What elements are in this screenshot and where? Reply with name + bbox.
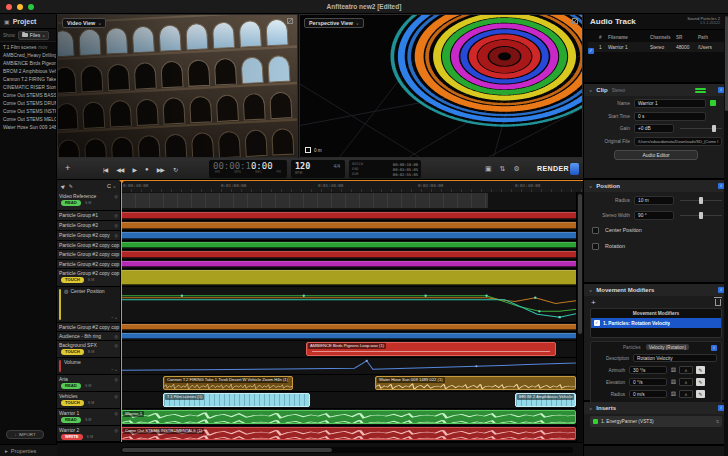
automation-mode-button[interactable]: READ — [61, 383, 81, 389]
playhead[interactable] — [121, 180, 122, 442]
original-file-field[interactable]: /Users/eduardomota/Downloads/SD_(Come I — [634, 137, 722, 146]
radius-velocity-field[interactable]: 0 m/s — [629, 390, 667, 398]
radius-slider[interactable] — [680, 200, 722, 201]
curve-icon[interactable]: ∧ — [679, 390, 693, 398]
track-lane[interactable]: Warrior 1 — [121, 409, 583, 425]
elevation-field[interactable]: 0 °/s — [629, 378, 667, 386]
slider-thumb[interactable] — [699, 197, 703, 204]
solo-mute-icons[interactable]: S M — [85, 201, 91, 205]
file-item[interactable]: Come Out STEMS DRUMS — [0, 100, 56, 108]
file-item[interactable]: Water Hose Sun 009 1489 — [0, 124, 56, 132]
track-lane[interactable] — [121, 250, 583, 259]
gain-field[interactable]: +0 dB — [634, 124, 674, 133]
track-header-audience[interactable]: Audience - 8th ring◎ — [57, 332, 121, 340]
track-header-particle-group-2-copy[interactable]: Particle Group #2 copy◎ — [57, 231, 121, 240]
azimuth-field[interactable]: 30 °/s — [629, 366, 667, 374]
collapse-chevron-icon[interactable]: ∨ — [589, 406, 592, 410]
audio-clip-brom[interactable]: BROM 2 Amphibious Vehicle (Exte — [515, 393, 576, 407]
scrollbar-thumb[interactable] — [122, 448, 332, 452]
video-clip-film-scenes[interactable]: T.1 Film scenes (1) — [163, 393, 310, 407]
track-lane[interactable] — [121, 332, 583, 340]
automation-mode-button[interactable]: TOUCH — [61, 400, 84, 406]
automation-mode-button[interactable]: TOUCH — [61, 349, 84, 355]
go-to-start-button[interactable]: |◀ — [103, 166, 107, 173]
clip-section-header[interactable]: ∨ Clip Stereo i — [584, 84, 728, 96]
audio-clip-cannon[interactable]: Cannon T.2 FIRING Take 1 Tivoli Desert W… — [163, 376, 293, 390]
fullscreen-icon[interactable] — [572, 18, 578, 24]
import-button[interactable]: ↓ IMPORT — [6, 430, 44, 439]
audio-clip-ambience[interactable]: AMBIENCE Birds Pigeons Loop.wav (1) — [306, 342, 556, 356]
plugin-active-icon[interactable] — [593, 419, 598, 424]
file-item[interactable]: AMBIENCE Birds Pigeons L — [0, 60, 56, 68]
collapse-chevron-icon[interactable]: ∨ — [589, 184, 592, 188]
track-header-vehicles[interactable]: Vehicles ◎ TOUCHS M — [57, 392, 121, 408]
modifier-checkbox[interactable]: ✓ — [594, 320, 600, 326]
gain-slider[interactable] — [680, 128, 722, 129]
track-header-warrior-1[interactable]: Warrior 1 ◎ READS M — [57, 409, 121, 425]
particle-lane-clip[interactable] — [121, 251, 583, 258]
file-item[interactable]: Cannon T.2 FIRING Take 1 — [0, 76, 56, 84]
track-header-warrior-2[interactable]: Warrior 2 ◎ WRITES M — [57, 426, 121, 441]
track-header-particle-group-copy[interactable]: Particle Group #2 copy cop◎ — [57, 260, 121, 268]
track-header-particle-group-2[interactable]: Particle Group #2◎ — [57, 221, 121, 230]
inserts-section-header[interactable]: ∨ Inserts i — [584, 402, 728, 414]
particle-lane-clip[interactable] — [121, 222, 583, 229]
slider-thumb[interactable] — [699, 212, 703, 219]
audio-clip-water-hose[interactable]: Water Hose Sun 009 1489 022 (1) — [375, 376, 576, 390]
particle-lane-clip[interactable] — [121, 324, 583, 330]
track-lane[interactable] — [121, 231, 583, 240]
collapse-chevron-icon[interactable]: ∨ — [589, 288, 592, 292]
fast-forward-button[interactable]: ▶▶ — [157, 166, 164, 173]
center-position-checkbox[interactable] — [592, 227, 599, 234]
rewind-button[interactable]: ◀◀ — [116, 166, 123, 173]
track-lane[interactable] — [121, 323, 583, 331]
automation-mode-button[interactable]: WRITE — [61, 434, 83, 440]
track-header-aria[interactable]: Aria ◎ READS M — [57, 375, 121, 391]
audio-editor-button[interactable]: Audio Editor — [614, 150, 698, 160]
automation-lane[interactable] — [121, 287, 583, 322]
add-track-button[interactable]: + — [65, 157, 70, 179]
track-header-particle-group-copy[interactable]: Particle Group #2 copy cop◎ — [57, 250, 121, 259]
audio-clip-come-out-stems[interactable]: Come Out STEMS INSTRUMENTALS (1) — [121, 427, 576, 440]
position-section-header[interactable]: ∨ Position i — [584, 180, 728, 192]
solo-mute-icons[interactable]: S M — [88, 350, 94, 354]
randomize-icon[interactable]: ⚄ — [671, 367, 676, 373]
video-thumbnail-strip[interactable] — [121, 193, 488, 208]
solo-mute-icons[interactable]: S M — [85, 418, 91, 422]
layers-icon[interactable]: ▣ — [485, 165, 492, 173]
automation-header-volume[interactable]: Volume − + — [57, 358, 121, 374]
start-time-field[interactable]: 0 s — [634, 112, 706, 121]
timeline-vertical-scrollbar[interactable] — [576, 192, 583, 442]
tool-mode-dropdown[interactable]: C ∨ — [107, 183, 116, 189]
track-lane[interactable] — [121, 211, 583, 220]
properties-bar[interactable]: ▸ Properties — [0, 444, 57, 456]
collapse-chevron-icon[interactable]: ∨ — [589, 88, 592, 92]
rotation-checkbox[interactable] — [592, 243, 599, 250]
perspective-viewport[interactable]: Perspective View ∨ 0 m — [299, 14, 583, 158]
file-item[interactable]: Come Out STEMS BASS .w — [0, 92, 56, 100]
file-item[interactable]: T.1 Film scenesmov — [0, 44, 56, 52]
stereo-width-slider[interactable] — [680, 215, 722, 216]
tab-particles[interactable]: Particles — [623, 345, 641, 350]
track-header-background-sfx[interactable]: Background SFX ◎ TOUCHS M — [57, 341, 121, 357]
file-checkbox[interactable]: ✓ — [588, 48, 594, 54]
track-header-particle-group-1[interactable]: Particle Group #1◎ — [57, 211, 121, 220]
particle-lane-clip[interactable] — [121, 212, 583, 219]
movement-section-header[interactable]: ∨ Movement Modifiers i — [584, 284, 728, 296]
cursor-tool-icon[interactable]: ▶ — [60, 182, 67, 189]
fullscreen-icon[interactable] — [287, 18, 293, 24]
reorder-icon[interactable]: ⇅ — [716, 419, 719, 424]
range-display[interactable]: BEGIN00:00:10:00 END00:03:05:05 DUR00:02… — [349, 160, 421, 178]
solo-mute-icons[interactable]: S M — [88, 278, 94, 282]
bpm-display[interactable]: 120 BPM 4/4 — [291, 160, 345, 178]
track-lane[interactable]: Come Out STEMS INSTRUMENTALS (1) — [121, 426, 583, 441]
automation-mode-button[interactable]: TOUCH — [61, 277, 84, 283]
clip-name-field[interactable]: Warrior 1 — [634, 99, 706, 108]
lane-size-buttons[interactable]: − + — [111, 315, 117, 320]
curve-icon[interactable]: ∧ — [679, 378, 693, 386]
stereo-width-field[interactable]: 90 ° — [634, 211, 674, 220]
particle-lane-clip[interactable] — [121, 261, 583, 267]
solo-mute-icons[interactable]: S M — [85, 384, 91, 388]
clip-color-swatch[interactable] — [710, 100, 716, 106]
delete-modifier-icon[interactable] — [715, 299, 721, 306]
